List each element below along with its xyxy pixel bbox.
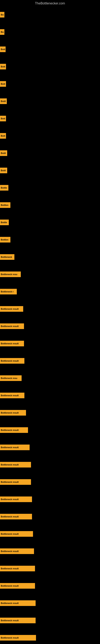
bar-row-5: Bott (0, 75, 100, 92)
bar-row-15: Bottleneck (0, 248, 100, 266)
bar-label-30: Bottleneck result (0, 514, 32, 520)
bar-row-35: Bottleneck result (0, 594, 100, 612)
bar-label-23: Bottleneck result (0, 393, 24, 398)
bar-label-12: Bottlen (0, 202, 10, 208)
bar-label-1: Bo (0, 12, 4, 18)
bar-row-3: Bott (0, 41, 100, 58)
bar-label-10: Bottl (0, 168, 7, 173)
bar-label-28: Bottleneck result (0, 479, 31, 485)
bar-label-19: Bottleneck result (0, 324, 24, 329)
bar-label-18: Bottleneck result (0, 306, 23, 312)
bar-row-23: Bottleneck result (0, 387, 100, 404)
bar-label-20: Bottleneck result (0, 341, 24, 346)
bar-label-3: Bott (0, 46, 6, 52)
bar-row-1: Bo (0, 6, 100, 23)
bar-row-24: Bottleneck result (0, 404, 100, 422)
bar-row-36: Bottleneck result (0, 612, 100, 629)
bar-label-34: Bottleneck result (0, 583, 35, 589)
bar-label-16: Bottleneck resu (0, 272, 21, 277)
bar-label-37: Bottleneck result (0, 635, 36, 640)
bar-label-36: Bottleneck result (0, 618, 36, 623)
bar-row-10: Bottl (0, 162, 100, 179)
bar-label-8: Bott (0, 133, 6, 139)
bar-label-14: Bottlen (0, 237, 10, 242)
bar-label-13: Bottle (0, 220, 9, 225)
bar-label-32: Bottleneck result (0, 548, 34, 554)
bar-label-9: Bottl (0, 150, 7, 156)
bar-row-31: Bottleneck result (0, 525, 100, 542)
bar-row-12: Bottlen (0, 196, 100, 214)
bar-row-2: Bo (0, 23, 100, 41)
bar-label-5: Bott (0, 81, 6, 87)
bar-row-27: Bottleneck result (0, 456, 100, 473)
bar-label-15: Bottleneck (0, 254, 14, 260)
bar-label-4: Bott (0, 64, 6, 70)
bar-row-17: Bottleneck r (0, 283, 100, 300)
bar-label-35: Bottleneck result (0, 600, 36, 606)
bar-row-4: Bott (0, 58, 100, 75)
bar-label-6: Bottl (0, 98, 7, 104)
bar-label-31: Bottleneck result (0, 531, 33, 537)
bar-row-32: Bottleneck result (0, 542, 100, 560)
bars-container: BoBoBottBottBottBottlBottBottBottlBottlB… (0, 6, 100, 644)
bar-label-26: Bottleneck result (0, 444, 30, 450)
bar-row-7: Bott (0, 110, 100, 127)
bar-row-20: Bottleneck result (0, 335, 100, 352)
bar-row-22: Bottleneck resu (0, 370, 100, 387)
bar-label-7: Bott (0, 116, 6, 121)
bar-row-13: Bottle (0, 214, 100, 231)
bar-row-21: Bottleneck result (0, 352, 100, 370)
bar-label-11: Bottle (0, 185, 8, 190)
bar-row-16: Bottleneck resu (0, 266, 100, 283)
bar-row-34: Bottleneck result (0, 577, 100, 594)
bar-row-28: Bottleneck result (0, 473, 100, 491)
bar-row-25: Bottleneck result (0, 422, 100, 439)
bar-row-19: Bottleneck result (0, 318, 100, 335)
bar-label-22: Bottleneck resu (0, 375, 22, 381)
bar-label-2: Bo (0, 29, 4, 35)
bar-row-14: Bottlen (0, 231, 100, 248)
bar-label-29: Bottleneck result (0, 496, 32, 502)
bar-row-37: Bottleneck result (0, 629, 100, 644)
bar-label-33: Bottleneck result (0, 566, 35, 571)
bar-row-6: Bottl (0, 92, 100, 110)
bar-row-33: Bottleneck result (0, 560, 100, 577)
bar-row-30: Bottleneck result (0, 508, 100, 525)
bar-row-8: Bott (0, 127, 100, 144)
site-title: TheBottlenecker.com (0, 0, 100, 7)
bar-row-26: Bottleneck result (0, 439, 100, 456)
bar-label-21: Bottleneck result (0, 358, 24, 364)
bar-label-17: Bottleneck r (0, 289, 17, 294)
bar-row-11: Bottle (0, 179, 100, 196)
bar-row-29: Bottleneck result (0, 491, 100, 508)
bar-label-25: Bottleneck result (0, 427, 28, 433)
bar-label-27: Bottleneck result (0, 462, 31, 468)
bar-row-9: Bottl (0, 144, 100, 162)
bar-row-18: Bottleneck result (0, 300, 100, 318)
bar-label-24: Bottleneck result (0, 410, 26, 416)
